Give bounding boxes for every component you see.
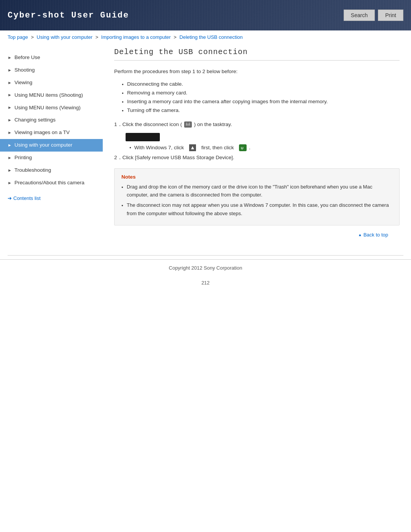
header: Cyber-shot User Guide Search Print: [0, 0, 411, 30]
arrow-icon: ►: [8, 80, 12, 86]
svg-rect-0: [185, 123, 191, 126]
sidebar-item-troubleshooting[interactable]: ► Troubleshooting: [0, 164, 103, 177]
main-layout: ► Before Use ► Shooting ► Viewing ► Usin…: [0, 44, 411, 255]
step1: 1．Click the disconnect icon ( ) on the t…: [114, 120, 400, 129]
step1-text: 1．Click the disconnect icon (: [114, 121, 182, 127]
list-item: Inserting a memory card into the camera …: [122, 97, 400, 106]
footer-divider: [8, 255, 403, 256]
bullet-dot: ●: [129, 146, 131, 149]
arrow-icon: ►: [8, 92, 12, 98]
sidebar-label: Viewing: [14, 79, 32, 86]
page-number: 212: [0, 276, 411, 289]
disconnect-icon: [184, 121, 192, 128]
win7-text-mid: first, then click: [201, 145, 234, 150]
contents-link-label: Contents list: [13, 195, 41, 201]
svg-rect-4: [189, 124, 190, 125]
notes-box: Notes Drag and drop the icon of the memo…: [114, 168, 400, 226]
arrow-up-icon: [189, 144, 196, 151]
back-to-top-row: ▲ Back to top: [114, 225, 400, 240]
breadcrumb: Top page > Using with your computer > Im…: [0, 30, 411, 44]
search-button[interactable]: Search: [344, 10, 375, 21]
windows7-note: ● With Windows 7, click first, then clic…: [129, 144, 400, 151]
breadcrumb-top[interactable]: Top page: [8, 34, 28, 40]
sidebar-item-printing[interactable]: ► Printing: [0, 152, 103, 164]
app-title: Cyber-shot User Guide: [8, 11, 129, 20]
copyright-text: Copyright 2012 Sony Corporation: [169, 265, 242, 271]
sidebar-item-viewing-tv[interactable]: ► Viewing images on a TV: [0, 126, 103, 139]
svg-text:U: U: [241, 146, 244, 150]
back-to-top-link[interactable]: ▲ Back to top: [358, 232, 388, 238]
list-item: Turning off the camera.: [122, 106, 400, 115]
sidebar-label: Shooting: [14, 67, 35, 74]
print-button[interactable]: Print: [378, 10, 403, 21]
note-item: The disconnect icon may not appear when …: [121, 201, 392, 217]
svg-marker-5: [191, 146, 194, 149]
back-to-top-triangle-icon: ▲: [358, 233, 362, 237]
arrow-icon: ►: [8, 67, 12, 73]
sidebar: ► Before Use ► Shooting ► Viewing ► Usin…: [0, 48, 103, 248]
back-to-top-label: Back to top: [363, 232, 388, 238]
header-actions: Search Print: [344, 10, 403, 21]
arrow-icon: ►: [8, 180, 12, 186]
breadcrumb-current: Deleting the USB connection: [180, 34, 243, 40]
sidebar-label: Using MENU items (Shooting): [14, 92, 83, 99]
sidebar-label: Troubleshooting: [14, 167, 51, 174]
sidebar-item-before-use[interactable]: ► Before Use: [0, 51, 103, 64]
arrow-icon: ►: [8, 130, 12, 136]
svg-rect-3: [186, 124, 187, 125]
footer: Copyright 2012 Sony Corporation: [0, 259, 411, 276]
sidebar-label: Before Use: [14, 54, 40, 61]
win7-text-before: With Windows 7, click: [134, 145, 184, 150]
notes-title: Notes: [121, 174, 392, 180]
arrow-icon: ►: [8, 105, 12, 110]
sidebar-label: Changing settings: [14, 117, 56, 124]
svg-rect-1: [186, 123, 187, 124]
arrow-icon: ►: [8, 155, 12, 161]
sidebar-label: Printing: [14, 154, 32, 161]
content-area: Deleting the USB connection Perform the …: [103, 48, 411, 248]
svg-rect-2: [189, 123, 190, 124]
step1-text-end: ) on the tasktray.: [194, 121, 232, 127]
sidebar-item-precautions[interactable]: ► Precautions/About this camera: [0, 177, 103, 189]
step2-text: 2．Click [Safely remove USB Mass Storage …: [114, 155, 234, 160]
arrow-icon: ►: [8, 117, 12, 123]
sidebar-item-viewing[interactable]: ► Viewing: [0, 77, 103, 89]
list-item: Disconnecting the cable.: [122, 80, 400, 89]
arrow-icon: ►: [8, 142, 12, 148]
step2: 2．Click [Safely remove USB Mass Storage …: [114, 153, 400, 162]
win7-text-end: .: [249, 145, 250, 150]
sidebar-item-changing-settings[interactable]: ► Changing settings: [0, 114, 103, 126]
sidebar-item-shooting[interactable]: ► Shooting: [0, 64, 103, 77]
tasktray-image: [126, 133, 160, 141]
note-item: Drag and drop the icon of the memory car…: [121, 183, 392, 199]
breadcrumb-importing[interactable]: Importing images to a computer: [101, 34, 171, 40]
sidebar-label: Using with your computer: [14, 142, 72, 149]
sidebar-label: Precautions/About this camera: [14, 179, 84, 187]
prereq-list: Disconnecting the cable. Removing a memo…: [122, 80, 400, 115]
sidebar-label: Using MENU items (Viewing): [14, 104, 81, 112]
sidebar-item-menu-viewing[interactable]: ► Using MENU items (Viewing): [0, 102, 103, 114]
sidebar-item-menu-shooting[interactable]: ► Using MENU items (Shooting): [0, 89, 103, 102]
arrow-icon: ►: [8, 168, 12, 173]
sidebar-label: Viewing images on a TV: [14, 129, 70, 136]
green-usb-icon: U: [239, 144, 247, 151]
page-title: Deleting the USB connection: [114, 48, 400, 61]
contents-arrow-icon: ➔: [8, 195, 12, 201]
breadcrumb-using-computer[interactable]: Using with your computer: [37, 34, 92, 40]
sidebar-item-using-computer[interactable]: ► Using with your computer: [0, 139, 103, 152]
list-item: Removing a memory card.: [122, 89, 400, 97]
contents-list-link[interactable]: ➔ Contents list: [0, 192, 103, 205]
intro-text: Perform the procedures from step 1 to 2 …: [114, 67, 400, 76]
notes-list: Drag and drop the icon of the memory car…: [121, 183, 392, 218]
arrow-icon: ►: [8, 55, 12, 61]
